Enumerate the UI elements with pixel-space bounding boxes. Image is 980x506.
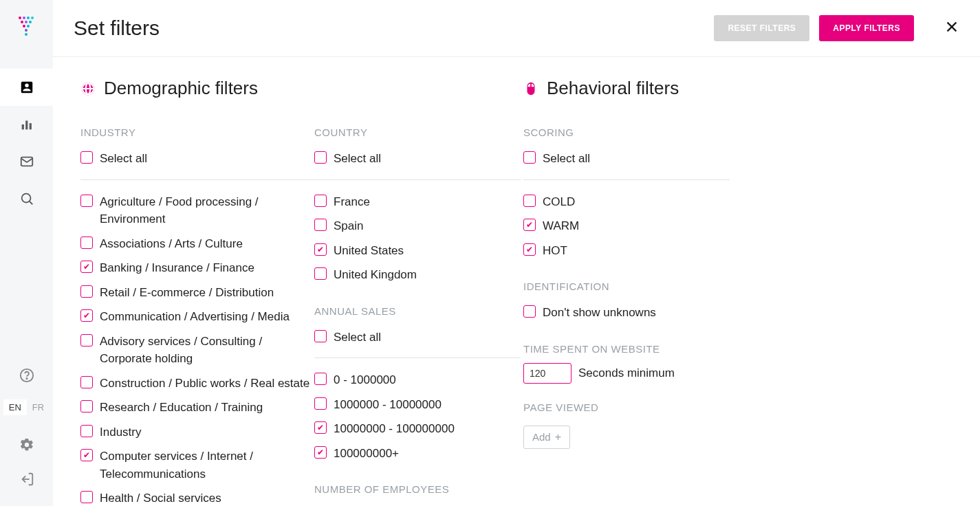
sidebar: EN FR <box>0 0 53 506</box>
annual-sales-label: ANNUAL SALES <box>314 305 521 317</box>
nav-contacts-icon[interactable] <box>0 69 53 106</box>
checkbox[interactable] <box>80 425 93 437</box>
checkbox[interactable] <box>80 236 93 249</box>
checkbox[interactable] <box>314 219 327 231</box>
industry-option[interactable]: Construction / Public works / Real estat… <box>80 371 314 396</box>
checkbox[interactable] <box>314 267 327 280</box>
behavioral-section: Behavioral filters SCORING Select all CO… <box>523 78 798 506</box>
select-all-label: Select all <box>543 150 590 168</box>
industry-option[interactable]: Advisory services / Consulting / Corpora… <box>80 329 314 371</box>
country-option[interactable]: United States <box>314 239 521 263</box>
sales-option[interactable]: 10000000 - 100000000 <box>314 417 521 441</box>
checkbox[interactable] <box>314 397 327 410</box>
country-sales-column: COUNTRY Select all FranceSpainUnited Sta… <box>314 126 521 506</box>
add-page-button[interactable]: Add + <box>523 426 570 449</box>
app-logo <box>13 14 41 41</box>
nav-search-icon[interactable] <box>0 180 53 217</box>
checkbox[interactable] <box>80 309 93 322</box>
checkbox[interactable] <box>523 219 536 231</box>
select-all-label: Select all <box>334 150 381 168</box>
mouse-icon <box>523 81 538 96</box>
logout-icon[interactable] <box>0 462 53 496</box>
industry-option[interactable]: Health / Social services <box>80 486 314 506</box>
svg-point-10 <box>25 33 28 36</box>
settings-icon[interactable] <box>0 428 53 462</box>
checkbox[interactable] <box>523 195 536 207</box>
svg-point-18 <box>26 378 27 379</box>
sales-option-label: 10000000 - 100000000 <box>334 420 455 438</box>
scoring-option[interactable]: COLD <box>523 190 730 214</box>
industry-label: INDUSTRY <box>80 126 314 138</box>
checkbox[interactable] <box>80 195 93 207</box>
reset-filters-button[interactable]: RESET FILTERS <box>714 15 809 41</box>
checkbox[interactable] <box>523 243 536 256</box>
svg-rect-11 <box>21 124 23 129</box>
country-select-all[interactable]: Select all <box>314 146 521 171</box>
apply-filters-button[interactable]: APPLY FILTERS <box>819 15 914 41</box>
checkbox[interactable] <box>314 421 327 434</box>
industry-option-label: Associations / Arts / Culture <box>100 235 243 253</box>
scoring-option[interactable]: HOT <box>523 239 730 263</box>
checkbox[interactable] <box>80 491 93 503</box>
country-option[interactable]: France <box>314 190 521 214</box>
svg-point-15 <box>21 194 30 203</box>
country-option[interactable]: United Kingdom <box>314 263 521 287</box>
checkbox[interactable] <box>80 261 93 273</box>
industry-option[interactable]: Agriculture / Food processing / Environm… <box>80 190 314 232</box>
add-label: Add <box>532 431 551 443</box>
checkbox[interactable] <box>314 373 327 385</box>
lang-en[interactable]: EN <box>3 399 27 415</box>
checkbox[interactable] <box>80 285 93 298</box>
svg-point-4 <box>21 21 23 23</box>
help-icon[interactable] <box>0 358 53 393</box>
scoring-select-all[interactable]: Select all <box>523 146 730 171</box>
country-option-label: United Kingdom <box>334 266 417 284</box>
identification-option[interactable]: Don't show unknowns <box>523 300 730 325</box>
industry-option[interactable]: Retail / E-commerce / Distribution <box>80 280 314 305</box>
svg-rect-13 <box>29 123 31 129</box>
scoring-option[interactable]: WARM <box>523 214 730 239</box>
checkbox[interactable] <box>314 195 327 207</box>
time-spent-input[interactable] <box>523 363 571 384</box>
checkbox[interactable] <box>314 243 327 256</box>
industry-option[interactable]: Research / Education / Training <box>80 395 314 420</box>
scoring-option-label: COLD <box>543 193 575 211</box>
industry-option-label: Banking / Insurance / Finance <box>100 259 254 277</box>
country-label: COUNTRY <box>314 126 521 138</box>
sales-option-label: 1000000 - 10000000 <box>334 396 442 414</box>
svg-point-0 <box>19 16 21 19</box>
page-title: Set filters <box>74 16 704 40</box>
industry-select-all[interactable]: Select all <box>80 146 314 171</box>
sales-option[interactable]: 1000000 - 10000000 <box>314 393 521 417</box>
checkbox[interactable] <box>80 400 93 412</box>
checkbox[interactable] <box>314 446 327 459</box>
sales-option[interactable]: 100000000+ <box>314 441 521 466</box>
svg-point-9 <box>25 29 28 32</box>
close-icon[interactable] <box>944 19 959 38</box>
checkbox[interactable] <box>80 334 93 346</box>
industry-option-label: Research / Education / Training <box>100 399 263 417</box>
sales-select-all[interactable]: Select all <box>314 325 521 350</box>
checkbox[interactable] <box>80 449 93 461</box>
sales-option-label: 0 - 1000000 <box>334 371 396 389</box>
checkbox[interactable] <box>80 376 93 388</box>
industry-option[interactable]: Banking / Insurance / Finance <box>80 256 314 280</box>
scoring-option-label: WARM <box>543 217 579 235</box>
country-option[interactable]: Spain <box>314 214 521 239</box>
industry-option[interactable]: Computer services / Internet / Telecommu… <box>80 444 314 486</box>
page-viewed-label: PAGE VIEWED <box>523 402 730 413</box>
svg-rect-12 <box>25 121 28 130</box>
lang-fr[interactable]: FR <box>27 399 50 415</box>
topbar: Set filters RESET FILTERS APPLY FILTERS <box>53 0 980 57</box>
industry-option-label: Advisory services / Consulting / Corpora… <box>100 333 314 368</box>
nav-stats-icon[interactable] <box>0 106 53 143</box>
industry-option[interactable]: Industry <box>80 420 314 445</box>
industry-option[interactable]: Associations / Arts / Culture <box>80 232 314 256</box>
svg-point-7 <box>23 25 25 28</box>
behavioral-title: Behavioral filters <box>547 78 679 99</box>
sales-option[interactable]: 0 - 1000000 <box>314 368 521 393</box>
svg-point-6 <box>29 21 32 23</box>
svg-point-2 <box>27 16 30 19</box>
nav-mail-icon[interactable] <box>0 143 53 180</box>
industry-option[interactable]: Communication / Advertising / Media <box>80 305 314 329</box>
